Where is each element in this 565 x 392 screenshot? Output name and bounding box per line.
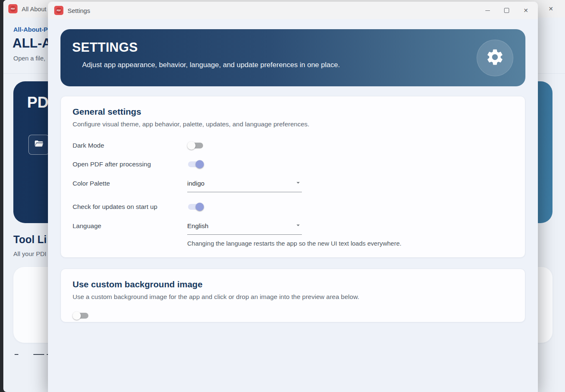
settings-dialog: PDF Settings ✕ SETTINGS Adjust app appea… <box>48 2 538 392</box>
general-settings-subtitle: Configure visual theme, app behavior, pa… <box>73 121 513 128</box>
maximize-icon <box>504 8 509 13</box>
pdf-app-icon: PDF <box>8 4 18 13</box>
chevron-down-icon <box>294 221 302 231</box>
tool-library-heading: Tool Li <box>13 234 47 246</box>
setting-row-color-palette: Color Palette indigo <box>73 179 513 192</box>
minimize-icon <box>485 10 490 11</box>
close-icon: ✕ <box>523 8 528 13</box>
open-pdf-toggle[interactable] <box>187 160 204 168</box>
pdf-app-icon-label: PDF <box>57 10 61 12</box>
check-updates-label: Check for updates on start up <box>73 203 187 211</box>
dark-mode-toggle[interactable] <box>187 141 204 150</box>
main-window-close-button[interactable]: ✕ <box>542 0 559 18</box>
toggle-knob <box>196 160 204 168</box>
clipped-text-fragment <box>33 354 44 355</box>
dark-mode-label: Dark Mode <box>73 142 187 149</box>
open-pdf-label: Open PDF after processing <box>73 161 187 168</box>
general-settings-card: General settings Configure visual theme,… <box>60 96 525 258</box>
maximize-button[interactable] <box>497 2 516 19</box>
close-icon: ✕ <box>548 6 553 12</box>
page-title: ALL-A <box>13 36 51 51</box>
pdf-app-icon-circle: PDF <box>56 8 62 13</box>
folder-open-icon <box>34 139 44 151</box>
minimize-button[interactable] <box>478 2 497 19</box>
custom-background-title: Use custom background image <box>73 279 513 289</box>
general-settings-title: General settings <box>73 107 513 117</box>
settings-rows: Dark Mode Open PDF after processing <box>73 141 513 247</box>
language-label: Language <box>73 221 187 230</box>
pdf-app-icon: PDF <box>54 6 63 15</box>
settings-dialog-titlebar[interactable]: PDF Settings ✕ <box>48 2 538 19</box>
settings-hero-banner: SETTINGS Adjust app appearance, behavior… <box>60 29 525 86</box>
custom-background-card: Use custom background image Use a custom… <box>60 269 525 322</box>
gear-icon <box>485 48 505 68</box>
open-file-button[interactable] <box>28 135 49 155</box>
toggle-knob <box>196 203 204 211</box>
chevron-down-icon <box>294 179 302 188</box>
setting-row-language: Language English Changing the language r… <box>73 221 513 247</box>
color-palette-select[interactable]: indigo <box>187 179 302 192</box>
dialog-close-button[interactable]: ✕ <box>516 2 535 19</box>
setting-row-open-pdf: Open PDF after processing <box>73 160 513 168</box>
toggle-knob <box>73 312 81 320</box>
language-select[interactable]: English <box>187 221 302 235</box>
page-subtitle: Open a file, <box>13 55 45 62</box>
gear-icon-badge <box>477 40 513 76</box>
language-helper-text: Changing the language restarts the app s… <box>187 240 513 247</box>
desktop-backdrop: PDF All About P ✕ All-About-P ALL-A Open… <box>0 0 565 392</box>
setting-row-check-updates: Check for updates on start up <box>73 203 513 211</box>
settings-hero-subtitle: Adjust app appearance, behavior, languag… <box>82 61 340 69</box>
pdf-app-icon-circle: PDF <box>10 6 16 12</box>
color-palette-value: indigo <box>187 180 204 187</box>
main-hero-title: PD <box>27 94 48 111</box>
custom-background-subtitle: Use a custom background image for the ap… <box>73 293 513 301</box>
settings-dialog-title: Settings <box>68 7 90 14</box>
window-controls: ✕ <box>478 2 535 19</box>
settings-dialog-body: SETTINGS Adjust app appearance, behavior… <box>48 19 538 322</box>
breadcrumb: All-About-P <box>13 26 48 33</box>
setting-row-dark-mode: Dark Mode <box>73 141 513 150</box>
color-palette-label: Color Palette <box>73 179 187 187</box>
settings-hero-title: SETTINGS <box>72 40 138 55</box>
check-updates-toggle[interactable] <box>187 203 204 211</box>
language-value: English <box>187 222 208 230</box>
pdf-app-icon-label: PDF <box>11 8 15 10</box>
tool-library-subtitle: All your PDI <box>13 250 46 257</box>
clipped-text-fragment <box>15 354 18 355</box>
toggle-knob <box>187 141 196 150</box>
